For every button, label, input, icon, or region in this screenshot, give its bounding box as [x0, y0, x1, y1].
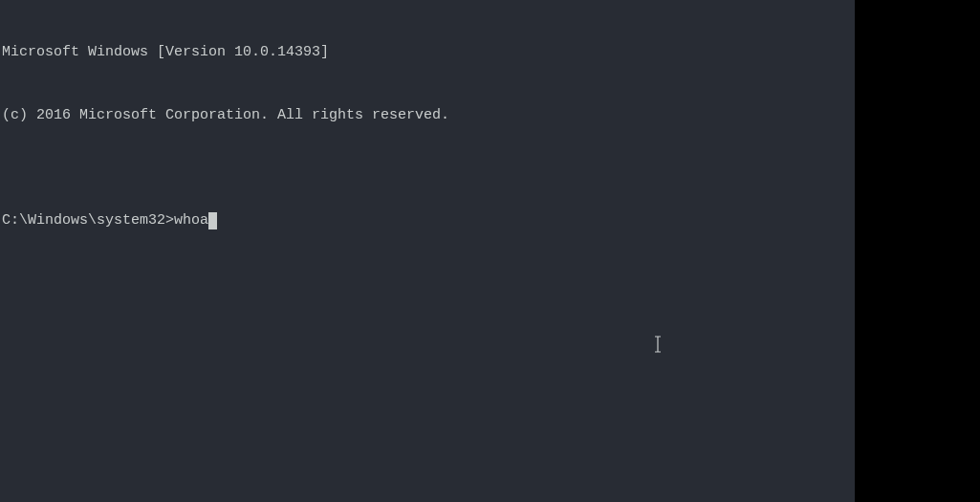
- text-cursor-icon: [653, 294, 663, 311]
- right-black-panel: [855, 0, 980, 502]
- terminal-window[interactable]: Microsoft Windows [Version 10.0.14393] (…: [0, 0, 855, 502]
- block-cursor: [208, 212, 217, 229]
- prompt-line[interactable]: C:\Windows\system32>whoa: [2, 210, 853, 231]
- typed-command: whoa: [174, 210, 208, 231]
- banner-line-1: Microsoft Windows [Version 10.0.14393]: [2, 42, 853, 63]
- prompt-text: C:\Windows\system32>: [2, 210, 174, 231]
- banner-line-2: (c) 2016 Microsoft Corporation. All righ…: [2, 105, 853, 126]
